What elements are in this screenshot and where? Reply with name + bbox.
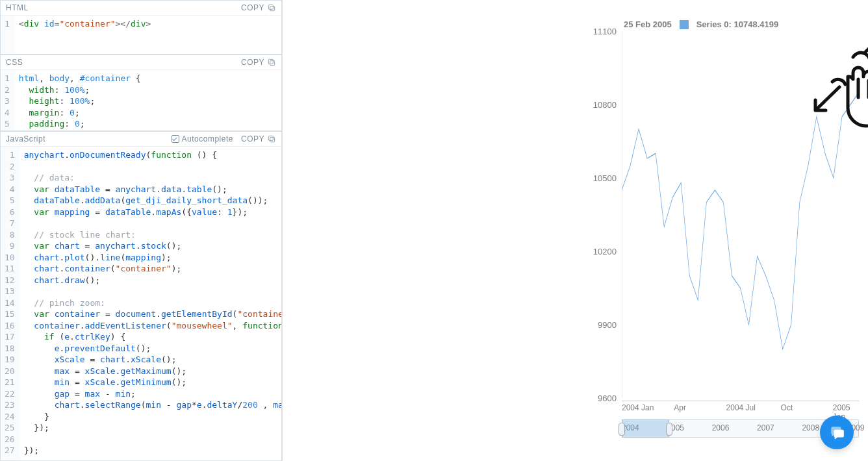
code-text: html, body, #container { width: 100%; he…	[15, 70, 146, 131]
chart-tooltip-header: 25 Feb 2005 Series 0: 10748.4199	[624, 19, 778, 29]
checkbox-icon	[172, 135, 179, 143]
svg-rect-4	[270, 138, 275, 142]
js-code-area[interactable]: 1 2 3 4 5 6 7 8 9 10 11 12 13 14 15 16 1…	[1, 147, 281, 460]
x-tick: Oct	[781, 403, 793, 412]
x-tick: 2004 Jan	[622, 403, 654, 412]
code-text: <div id="container"></div>	[15, 16, 157, 54]
copy-icon	[267, 3, 276, 12]
tooltip-series-value: Series 0: 10748.4199	[696, 19, 779, 29]
copy-css-button[interactable]: COPY	[241, 58, 276, 67]
pinch-zoom-icon	[810, 26, 868, 130]
copy-icon	[267, 134, 276, 143]
svg-rect-0	[270, 6, 275, 11]
svg-line-8	[817, 87, 839, 109]
svg-rect-5	[268, 136, 273, 140]
x-axis: 2004 JanApr2004 JulOct2005 Jan	[622, 401, 859, 414]
css-pane-header: CSS COPY	[1, 55, 281, 70]
autocomplete-label: Autocomplete	[182, 134, 233, 143]
code-text: anychart.onDocumentReady(function () { /…	[20, 147, 281, 460]
css-pane: CSS COPY 1 2 3 4 5 html, body, #containe…	[0, 55, 282, 131]
copy-label: COPY	[241, 58, 264, 67]
chart-panel: 25 Feb 2005 Series 0: 10748.4199 9600990…	[283, 0, 868, 461]
html-code-area[interactable]: 1 <div id="container"></div>	[1, 16, 281, 54]
series-color-swatch	[680, 20, 689, 29]
y-tick: 10500	[593, 173, 617, 183]
css-pane-title: CSS	[6, 58, 23, 67]
css-code-area[interactable]: 1 2 3 4 5 html, body, #container { width…	[1, 70, 281, 131]
js-pane-title: JavaScript	[6, 134, 45, 143]
tooltip-date: 25 Feb 2005	[624, 19, 672, 29]
chat-icon	[828, 424, 845, 441]
gutter: 1 2 3 4 5	[1, 70, 15, 131]
y-tick: 11100	[593, 27, 617, 36]
html-pane: HTML COPY 1 <div id="container"></div>	[0, 0, 282, 55]
html-pane-header: HTML COPY	[1, 1, 281, 16]
copy-html-button[interactable]: COPY	[241, 3, 276, 12]
y-tick: 9600	[598, 393, 617, 403]
svg-rect-2	[270, 61, 275, 66]
y-tick: 10200	[593, 247, 617, 256]
javascript-pane: JavaScript Autocomplete COPY 1 2 3 4 5 6…	[0, 131, 282, 461]
gutter: 1	[1, 16, 15, 54]
gutter: 1 2 3 4 5 6 7 8 9 10 11 12 13 14 15 16 1…	[1, 147, 20, 460]
copy-label: COPY	[241, 3, 264, 12]
js-pane-header: JavaScript Autocomplete COPY	[1, 132, 281, 147]
scroller-year-label: 2007	[757, 423, 774, 432]
scroller-year-label: 2008	[802, 423, 819, 432]
x-tick: Apr	[674, 403, 686, 412]
x-tick: 2004 Jul	[726, 403, 756, 412]
scroller-selection[interactable]	[622, 419, 669, 438]
y-tick: 9900	[598, 320, 617, 330]
html-pane-title: HTML	[6, 3, 29, 12]
y-axis: 9600990010200105001080011100	[581, 31, 619, 398]
code-editor-panel: HTML COPY 1 <div id="container"></div> C…	[0, 0, 283, 461]
copy-label: COPY	[241, 134, 264, 143]
svg-line-7	[865, 31, 868, 52]
scroller-handle-right[interactable]	[666, 421, 672, 438]
copy-js-button[interactable]: COPY	[241, 134, 276, 143]
copy-icon	[267, 58, 276, 67]
scroller-year-label: 2006	[712, 423, 730, 432]
svg-rect-3	[268, 59, 273, 64]
autocomplete-toggle[interactable]: Autocomplete	[172, 134, 233, 143]
chat-support-button[interactable]	[820, 416, 854, 449]
y-tick: 10800	[593, 100, 617, 110]
scroller-handle-left[interactable]	[619, 421, 625, 438]
svg-rect-1	[268, 5, 273, 9]
